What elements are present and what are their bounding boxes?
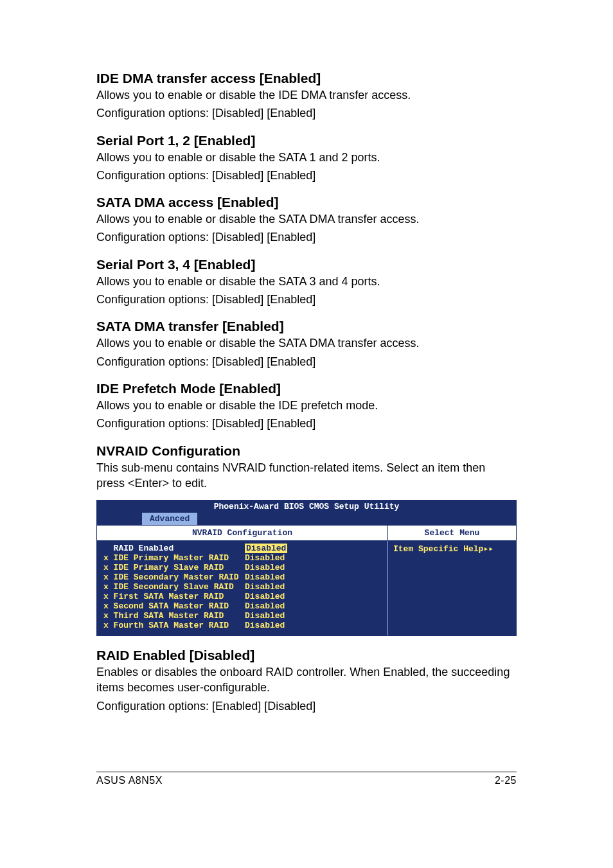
bios-item-value: Disabled: [245, 592, 285, 601]
body-text: Allows you to enable or disable the SATA…: [96, 274, 517, 289]
bios-help-text: Item Specific Help▸▸: [393, 544, 493, 554]
bios-item-fourth-sata-master-raid[interactable]: x Fourth SATA Master RAID Disabled: [103, 621, 381, 630]
footer-page-number: 2-25: [495, 775, 517, 786]
bios-subheader-row: NVRAID Configuration Select Menu: [97, 525, 516, 540]
heading-serial-port-3-4: Serial Port 3, 4 [Enabled]: [96, 257, 517, 272]
bios-item-ide-secondary-master-raid[interactable]: x IDE Secondary Master RAID Disabled: [103, 572, 381, 582]
page: IDE DMA transfer access [Enabled] Allows…: [0, 0, 613, 825]
footer-left: ASUS A8N5X: [96, 775, 163, 786]
bios-left-heading: NVRAID Configuration: [97, 526, 387, 540]
body-text: Configuration options: [Disabled] [Enabl…: [96, 105, 517, 121]
body-text: Configuration options: [Enabled] [Disabl…: [96, 698, 517, 714]
bios-item-value: Disabled: [245, 572, 285, 582]
bios-item-value: Disabled: [245, 611, 285, 621]
bios-item-value: Disabled: [245, 582, 285, 592]
page-footer: ASUS A8N5X 2-25: [96, 772, 517, 786]
body-text: Enables or disables the onboard RAID con…: [96, 664, 517, 696]
bios-item-label: RAID Enabled: [103, 544, 245, 553]
bios-title: Phoenix-Award BIOS CMOS Setup Utility: [97, 500, 516, 513]
body-text: This sub-menu contains NVRAID function-r…: [96, 460, 517, 492]
body-text: Allows you to enable or disable the IDE …: [96, 87, 517, 103]
heading-ide-prefetch-mode: IDE Prefetch Mode [Enabled]: [96, 381, 517, 396]
heading-raid-enabled: RAID Enabled [Disabled]: [96, 648, 517, 663]
bios-item-value: Disabled: [245, 621, 285, 630]
heading-sata-dma-transfer: SATA DMA transfer [Enabled]: [96, 319, 517, 334]
bios-tab-advanced[interactable]: Advanced: [142, 513, 197, 525]
bios-screenshot: Phoenix-Award BIOS CMOS Setup Utility Ad…: [96, 500, 517, 636]
bios-right-heading: Select Menu: [387, 526, 516, 540]
body-text: Configuration options: [Disabled] [Enabl…: [96, 416, 517, 431]
body-text: Configuration options: [Disabled] [Enabl…: [96, 354, 517, 369]
body-text: Allows you to enable or disable the IDE …: [96, 398, 517, 413]
bios-item-label: x IDE Primary Master RAID: [103, 553, 245, 563]
bios-item-ide-secondary-slave-raid[interactable]: x IDE Secondary Slave RAID Disabled: [103, 582, 381, 592]
body-text: Allows you to enable or disable the SATA…: [96, 211, 517, 227]
bios-help-pane: Item Specific Help▸▸: [387, 541, 516, 635]
heading-ide-dma-transfer-access: IDE DMA transfer access [Enabled]: [96, 71, 517, 86]
bios-item-value: Disabled: [245, 544, 287, 553]
bios-item-label: x Fourth SATA Master RAID: [103, 621, 245, 630]
heading-serial-port-1-2: Serial Port 1, 2 [Enabled]: [96, 133, 517, 148]
bios-tab-bar: Advanced: [97, 513, 516, 525]
heading-sata-dma-access: SATA DMA access [Enabled]: [96, 195, 517, 210]
bios-item-raid-enabled[interactable]: RAID Enabled Disabled: [103, 544, 381, 553]
bios-item-label: x IDE Secondary Slave RAID: [103, 582, 245, 592]
body-text: Allows you to enable or disable the SATA…: [96, 150, 517, 165]
bios-item-label: x IDE Primary Slave RAID: [103, 563, 245, 572]
heading-nvraid-configuration: NVRAID Configuration: [96, 443, 517, 459]
bios-item-first-sata-master-raid[interactable]: x First SATA Master RAID Disabled: [103, 592, 381, 601]
body-text: Configuration options: [Disabled] [Enabl…: [96, 292, 517, 307]
bios-item-value: Disabled: [245, 563, 285, 572]
bios-item-third-sata-master-raid[interactable]: x Third SATA Master RAID Disabled: [103, 611, 381, 621]
bios-item-value: Disabled: [245, 601, 285, 611]
bios-item-label: x Second SATA Master RAID: [103, 601, 245, 611]
bios-item-ide-primary-slave-raid[interactable]: x IDE Primary Slave RAID Disabled: [103, 563, 381, 572]
body-text: Configuration options: [Disabled] [Enabl…: [96, 168, 517, 183]
bios-body: RAID Enabled Disabled x IDE Primary Mast…: [97, 540, 516, 635]
bios-items-pane: RAID Enabled Disabled x IDE Primary Mast…: [97, 541, 387, 635]
bios-item-value: Disabled: [245, 553, 285, 563]
bios-item-second-sata-master-raid[interactable]: x Second SATA Master RAID Disabled: [103, 601, 381, 611]
bios-item-label: x First SATA Master RAID: [103, 592, 245, 601]
bios-item-ide-primary-master-raid[interactable]: x IDE Primary Master RAID Disabled: [103, 553, 381, 563]
bios-item-label: x IDE Secondary Master RAID: [103, 572, 245, 582]
body-text: Configuration options: [Disabled] [Enabl…: [96, 229, 517, 245]
body-text: Allows you to enable or disable the SATA…: [96, 335, 517, 351]
bios-item-label: x Third SATA Master RAID: [103, 611, 245, 621]
